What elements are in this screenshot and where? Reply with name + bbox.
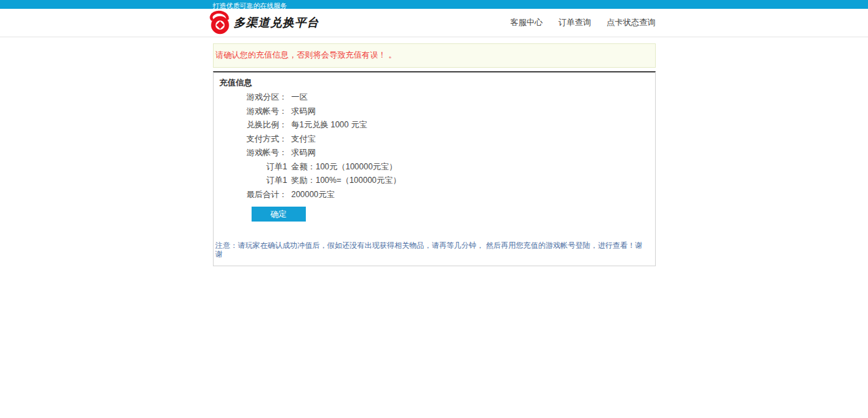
- info-row-value: 金额：100元（100000元宝）: [292, 163, 397, 171]
- warning-banner: 请确认您的充值信息，否则将会导致充值有误！ 。: [213, 43, 656, 68]
- info-row-value: 200000元宝: [292, 190, 335, 199]
- info-row-value: 一区: [292, 93, 308, 102]
- player-note: 注意：请玩家在确认成功冲值后，假如还没有出现获得相关物品，请再等几分钟， 然后再…: [216, 241, 649, 259]
- site-header: 多渠道兑换平台 客服中心 订单查询 点卡状态查询: [0, 9, 868, 37]
- info-row-value: 求码网: [292, 107, 316, 116]
- recharge-info-rows: 游戏分区： 一区 游戏帐号： 求码网 兑换比例： 每1元兑换 1000 元宝 支…: [220, 93, 649, 204]
- info-row-label: 游戏帐号：: [220, 107, 288, 116]
- info-row: 兑换比例： 每1元兑换 1000 元宝: [220, 121, 649, 135]
- warning-text: 请确认您的充值信息，否则将会导致充值有误！ 。: [216, 50, 397, 60]
- main-nav: 客服中心 订单查询 点卡状态查询: [495, 17, 656, 28]
- logo-ring-diamond-icon: [208, 10, 233, 35]
- info-row-label: 游戏分区：: [220, 93, 288, 102]
- nav-customer-service[interactable]: 客服中心: [511, 17, 543, 28]
- info-row: 订单1 奖励：100%=（100000元宝）: [220, 176, 649, 190]
- info-row-label: 最后合计：: [220, 190, 288, 199]
- info-row: 支付方式： 支付宝: [220, 135, 649, 149]
- info-row-value: 每1元兑换 1000 元宝: [292, 121, 368, 129]
- info-row-label: 支付方式：: [220, 135, 288, 144]
- nav-card-status-query[interactable]: 点卡状态查询: [607, 17, 656, 28]
- site-logo[interactable]: 多渠道兑换平台: [208, 10, 319, 35]
- info-row: 游戏分区： 一区: [220, 93, 649, 107]
- top-slogan-bar: 打造优质可靠的在线服务: [0, 0, 868, 9]
- panel-title: 充值信息: [220, 79, 649, 87]
- info-row-label: 兑换比例：: [220, 121, 288, 129]
- main-content: 请确认您的充值信息，否则将会导致充值有误！ 。 充值信息 游戏分区： 一区 游戏…: [213, 43, 656, 266]
- info-row: 订单1 金额：100元（100000元宝）: [220, 163, 649, 177]
- slogan-text: 打造优质可靠的在线服务: [213, 1, 288, 10]
- info-row-label: 订单1: [220, 163, 288, 171]
- info-row-value: 支付宝: [292, 135, 316, 144]
- info-row-label: 订单1: [220, 176, 288, 185]
- info-row: 最后合计： 200000元宝: [220, 190, 649, 205]
- info-row-value: 奖励：100%=（100000元宝）: [292, 176, 401, 185]
- confirm-button[interactable]: 确定: [252, 207, 306, 222]
- nav-order-query[interactable]: 订单查询: [559, 17, 591, 28]
- info-row: 游戏帐号： 求码网: [220, 107, 649, 121]
- info-row: 游戏帐号： 求码网: [220, 148, 649, 163]
- logo-text: 多渠道兑换平台: [234, 15, 319, 30]
- info-row-value: 求码网: [292, 148, 316, 157]
- info-row-label: 游戏帐号：: [220, 148, 288, 157]
- recharge-info-panel: 充值信息 游戏分区： 一区 游戏帐号： 求码网 兑换比例： 每1元兑换 1000…: [213, 71, 656, 266]
